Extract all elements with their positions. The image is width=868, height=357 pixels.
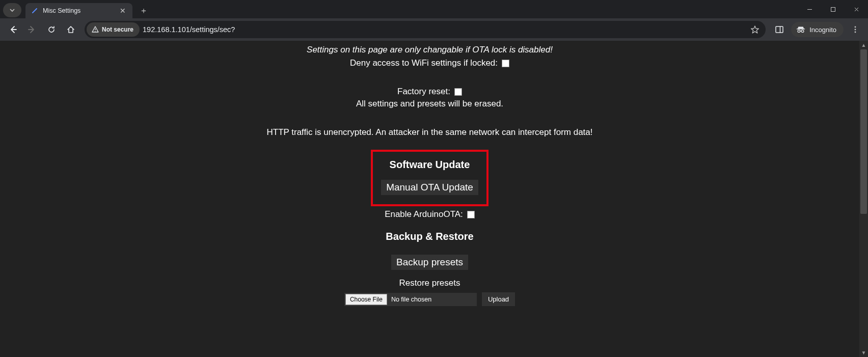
browser-toolbar: Not secure 192.168.1.101/settings/sec? I… — [0, 18, 868, 41]
file-input[interactable]: Choose File No file chosen — [344, 293, 477, 306]
deny-wifi-row: Deny access to WiFi settings if locked: — [0, 58, 859, 68]
incognito-icon — [796, 26, 805, 33]
reload-icon — [47, 25, 56, 34]
tab-close-icon[interactable]: ✕ — [118, 7, 127, 15]
arrow-right-icon — [28, 25, 37, 34]
ota-lock-note: Settings on this page are only changable… — [0, 45, 859, 55]
enable-arduinoota-label: Enable ArduinoOTA: — [385, 209, 463, 219]
window-close-button[interactable] — [845, 0, 868, 18]
deny-wifi-checkbox[interactable] — [502, 60, 509, 67]
svg-point-9 — [855, 29, 856, 31]
back-button[interactable] — [4, 21, 21, 38]
security-chip[interactable]: Not secure — [87, 22, 140, 37]
forward-button[interactable] — [23, 21, 41, 38]
manual-ota-update-button[interactable]: Manual OTA Update — [381, 180, 478, 195]
new-tab-button[interactable]: ＋ — [137, 4, 151, 18]
incognito-label: Incognito — [809, 26, 836, 34]
side-panel-icon — [775, 25, 784, 34]
star-icon — [750, 25, 760, 34]
tab-title: Misc Settings — [43, 7, 80, 14]
page-content: Settings on this page are only changable… — [0, 41, 859, 357]
browser-tab-active[interactable]: Misc Settings ✕ — [25, 3, 132, 18]
browser-menu-button[interactable] — [847, 21, 864, 38]
deny-wifi-label: Deny access to WiFi settings if locked: — [350, 58, 498, 68]
home-icon — [66, 25, 75, 34]
upload-button[interactable]: Upload — [482, 292, 515, 306]
software-update-highlight: Software Update Manual OTA Update — [371, 150, 489, 206]
vertical-scrollbar[interactable]: ▲ ▼ — [859, 41, 868, 357]
factory-reset-label: Factory reset: — [397, 87, 450, 97]
choose-file-button[interactable]: Choose File — [345, 294, 387, 305]
arrow-left-icon — [8, 25, 17, 34]
scroll-down-arrow-icon[interactable]: ▼ — [859, 348, 868, 357]
file-chosen-label: No file chosen — [388, 296, 431, 303]
security-label: Not secure — [102, 26, 133, 33]
viewport: Settings on this page are only changable… — [0, 41, 868, 357]
address-bar[interactable]: Not secure 192.168.1.101/settings/sec? — [85, 21, 766, 38]
svg-point-6 — [798, 30, 800, 33]
svg-rect-5 — [797, 29, 805, 29]
backup-restore-heading: Backup & Restore — [0, 231, 859, 242]
factory-reset-note: All settings and presets will be erased. — [0, 99, 859, 109]
window-controls — [798, 0, 868, 18]
incognito-chip[interactable]: Incognito — [791, 22, 844, 37]
backup-presets-button[interactable]: Backup presets — [391, 255, 468, 270]
home-button[interactable] — [62, 21, 79, 38]
kebab-menu-icon — [851, 25, 859, 34]
restore-presets-label: Restore presets — [0, 278, 859, 288]
factory-reset-checkbox[interactable] — [454, 88, 462, 96]
reload-button[interactable] — [43, 21, 60, 38]
window-maximize-button[interactable] — [821, 0, 845, 18]
scroll-up-arrow-icon[interactable]: ▲ — [859, 41, 868, 49]
arduino-ota-row: Enable ArduinoOTA: — [0, 209, 859, 219]
scroll-track[interactable] — [859, 49, 868, 348]
svg-point-7 — [801, 30, 804, 33]
scroll-thumb[interactable] — [860, 49, 867, 214]
factory-reset-row: Factory reset: — [0, 87, 859, 97]
browser-titlebar: Misc Settings ✕ ＋ — [0, 0, 868, 18]
tab-search-dropdown[interactable] — [3, 3, 21, 17]
bookmark-button[interactable] — [747, 22, 763, 37]
side-panel-button[interactable] — [771, 21, 788, 38]
svg-point-8 — [855, 26, 856, 28]
warning-icon — [92, 26, 99, 33]
restore-presets-row: Choose File No file chosen Upload — [0, 292, 859, 306]
svg-rect-0 — [831, 7, 835, 11]
favicon-icon — [31, 7, 39, 15]
window-minimize-button[interactable] — [798, 0, 821, 18]
url-text: 192.168.1.101/settings/sec? — [143, 25, 235, 34]
chevron-down-icon — [9, 7, 15, 13]
svg-point-2 — [95, 31, 95, 31]
software-update-heading: Software Update — [381, 159, 478, 171]
enable-arduinoota-checkbox[interactable] — [467, 211, 475, 218]
svg-rect-3 — [776, 26, 783, 33]
svg-point-10 — [855, 32, 856, 33]
http-warning: HTTP traffic is unencrypted. An attacker… — [0, 127, 859, 138]
